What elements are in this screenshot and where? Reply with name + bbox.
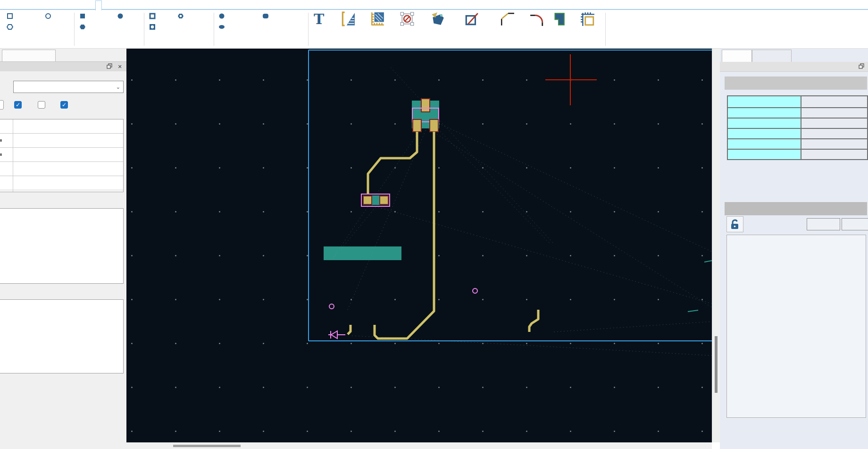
properties-header [725,202,867,215]
area-type-label [13,148,123,161]
area-type-row[interactable] [0,148,123,162]
checkbox-select[interactable]: ✓ [14,101,22,109]
type-dropdown[interactable]: ⌄ [13,81,124,93]
hole-roundrect-icon [262,13,269,19]
decompose-icon [451,11,492,27]
menu-edit[interactable] [28,0,34,10]
tool-hole-circle[interactable] [218,11,226,21]
tool-line-polygon[interactable] [7,22,15,32]
q1-pad-1[interactable] [412,119,422,132]
float-panel-icon[interactable] [858,63,865,70]
area-type-icon-cell [0,176,13,190]
menu-manufacture[interactable] [191,0,197,10]
area-type-label [13,134,123,147]
object-type-cell [727,139,801,149]
area-type-row[interactable] [0,162,123,176]
area-type-icon-cell [0,148,13,161]
menu-bar [0,0,868,10]
tab-command[interactable] [752,50,792,62]
close-panel-icon[interactable]: ✕ [116,63,124,70]
areas-list[interactable] [0,208,124,284]
area-type-row[interactable] [0,119,123,134]
q1-pad-2[interactable] [429,119,439,132]
area-type-label [13,162,123,176]
objects-table-row[interactable] [727,128,868,139]
rect-filled-icon [79,13,86,19]
tool-hole-roundrect[interactable] [262,11,270,21]
canvas-vertical-scrollbar[interactable] [712,49,720,442]
canvas-horizontal-scrollbar[interactable] [126,442,712,449]
app-window: T ✕ ⌄ ✓✓ [0,0,868,449]
cut-polygon-icon [177,13,184,19]
checkbox-zoom[interactable] [38,101,45,109]
pcb-canvas[interactable] [126,49,712,442]
tool-cut-polygon[interactable] [177,11,185,21]
tool-figure-dimension[interactable] [567,11,608,28]
menu-figure[interactable] [95,0,102,10]
area-type-icon-cell [0,162,13,176]
menu-setup[interactable] [74,0,80,10]
u7-top-pads[interactable] [324,246,401,260]
menu-tools[interactable] [230,0,236,10]
instances-list[interactable] [0,299,124,373]
menu-place[interactable] [123,0,128,10]
float-panel-icon[interactable] [106,63,113,70]
r1-pad-1[interactable] [363,195,372,205]
circle-filled-icon [117,13,124,19]
change-button[interactable] [807,218,840,230]
hole-oval-icon [218,24,225,30]
ratsnest-highlight [688,261,712,312]
vscroll-thumb[interactable] [715,336,718,393]
objects-table-row[interactable] [727,149,868,160]
tab-object-browser[interactable] [2,50,56,61]
area-type-row[interactable] [0,176,123,190]
rect-outline-icon [7,13,13,19]
area-type-icon-cell [0,119,13,133]
hscroll-thumb[interactable] [173,445,241,447]
objects-table-header-number [801,96,868,108]
objects-table-row[interactable] [727,108,868,118]
polygon-outline-icon [7,24,13,30]
partial-checkbox[interactable] [0,100,4,110]
area-type-row[interactable] [0,134,123,148]
unlock-icon [729,219,741,230]
lock-button[interactable] [726,216,743,232]
object-type-cell [727,149,801,160]
properties-box[interactable] [726,235,866,418]
tool-cut-circle[interactable] [149,22,157,32]
browser-titlebar: ✕ [0,61,126,71]
diode-symbol [328,331,345,339]
object-count-cell [801,108,868,118]
r1-pad-2[interactable] [379,195,389,205]
object-count-cell [801,139,868,149]
menu-check[interactable] [170,0,175,10]
ribbon-separator [144,13,144,46]
object-count-cell [801,118,868,128]
object-count-cell [801,149,868,160]
tool-area-polygon[interactable] [79,22,87,32]
tab-object[interactable] [722,50,752,62]
menu-route[interactable] [145,0,151,10]
reset-button[interactable] [842,218,868,230]
checkbox-clear-selection-set[interactable]: ✓ [60,101,68,109]
ratsnest-lines [332,68,712,356]
tool-line-circle[interactable] [45,11,53,21]
tool-line-rect[interactable] [7,11,15,21]
dimension-icon [567,11,608,27]
menu-canvas[interactable] [49,0,54,10]
u7-pin1-marker [329,304,334,309]
object-type-cell [727,128,801,139]
objects-table-header-object [727,96,801,108]
tool-cut-rect[interactable] [149,11,157,21]
area-type-label [13,119,123,133]
object-titlebar [720,62,868,72]
cut-rect-icon [149,13,156,19]
u6-pin1-marker [473,288,477,293]
objects-table-row[interactable] [727,118,868,128]
objects-table-row[interactable] [727,139,868,149]
menu-home[interactable] [3,0,9,10]
tool-area-circle[interactable] [117,11,125,21]
tool-area-rect[interactable] [79,11,87,21]
tool-hole-oval[interactable] [218,22,226,32]
tool-figure-decompose[interactable] [451,11,492,28]
